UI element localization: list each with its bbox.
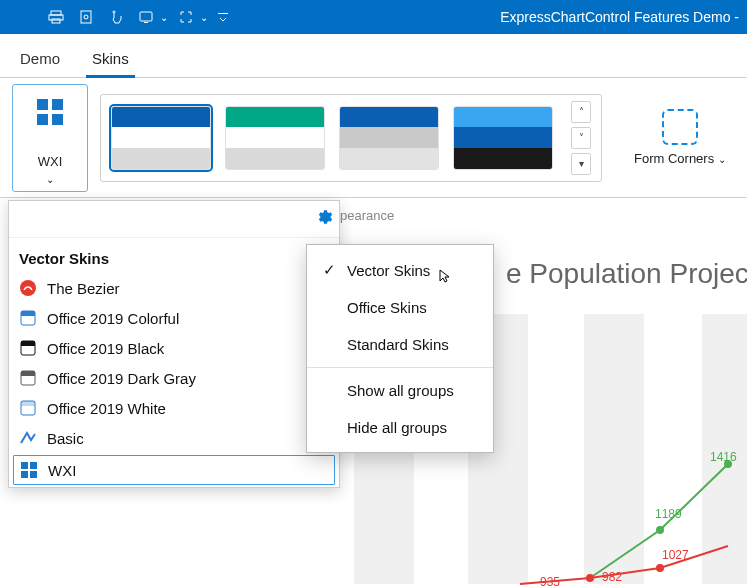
- skin-dropdown-label: WXI: [38, 155, 63, 169]
- more-icon[interactable]: [214, 5, 232, 29]
- cursor-icon: [438, 268, 454, 284]
- office-icon: [19, 399, 37, 417]
- svg-rect-26: [21, 462, 28, 469]
- chart-point-label: 1416: [710, 450, 737, 464]
- svg-point-16: [656, 564, 664, 572]
- svg-point-13: [656, 526, 664, 534]
- basic-icon: [19, 429, 37, 447]
- form-corners-label: Form Corners ⌄: [634, 151, 726, 166]
- ctx-item-label: Standard Skins: [347, 336, 449, 353]
- svg-rect-6: [140, 12, 152, 21]
- tab-demo[interactable]: Demo: [14, 40, 66, 77]
- chart-point-label: 935: [540, 575, 560, 586]
- check-icon: ✓: [321, 261, 337, 279]
- skin-item-label: Office 2019 Colorful: [47, 310, 179, 327]
- gallery-expand-button[interactable]: ▾: [571, 153, 591, 175]
- skin-item-label: Office 2019 Black: [47, 340, 164, 357]
- svg-rect-19: [21, 311, 35, 316]
- skin-search-row: [9, 201, 339, 238]
- ribbon-tabs: Demo Skins: [0, 34, 747, 78]
- menu-separator: [307, 367, 493, 368]
- svg-rect-9: [37, 99, 48, 110]
- skin-item-office-2019-white[interactable]: Office 2019 White: [9, 393, 339, 423]
- bezier-icon: [19, 279, 37, 297]
- skin-dropdown-panel: Vector Skins The Bezier Office 2019 Colo…: [8, 200, 340, 488]
- form-corners-button[interactable]: Form Corners ⌄: [634, 109, 726, 166]
- svg-rect-8: [218, 13, 228, 14]
- chevron-down-icon[interactable]: ⌄: [160, 12, 168, 23]
- svg-rect-10: [52, 99, 63, 110]
- skin-item-wxi[interactable]: WXI: [13, 455, 335, 485]
- svg-rect-23: [21, 371, 35, 376]
- chevron-down-icon: ⌄: [46, 174, 54, 185]
- skin-search-input[interactable]: [15, 205, 315, 233]
- svg-point-17: [20, 280, 36, 296]
- chart-point-label: 1027: [662, 548, 689, 562]
- gallery-up-button[interactable]: ˄: [571, 101, 591, 123]
- svg-rect-3: [81, 11, 91, 23]
- palette-swatch[interactable]: [225, 106, 325, 170]
- svg-rect-7: [144, 22, 148, 23]
- chart-title-fragment: e Population Projec: [506, 258, 747, 290]
- skin-item-label: Office 2019 White: [47, 400, 166, 417]
- skin-item-office-2019-colorful[interactable]: Office 2019 Colorful: [9, 303, 339, 333]
- ctx-item-label: Office Skins: [347, 299, 427, 316]
- svg-point-5: [113, 11, 115, 13]
- svg-rect-0: [51, 11, 61, 15]
- window-title: ExpressChartControl Features Demo -: [500, 9, 739, 25]
- form-corners-icon: [662, 109, 698, 145]
- chart-point-label: 1189: [655, 507, 682, 521]
- ctx-item-office-skins[interactable]: Office Skins: [307, 289, 493, 326]
- skin-item-label: The Bezier: [47, 280, 120, 297]
- office-icon: [19, 339, 37, 357]
- skin-item-the-bezier[interactable]: The Bezier: [9, 273, 339, 303]
- svg-point-4: [84, 15, 88, 19]
- skin-dropdown-button[interactable]: WXI ⌄: [12, 84, 88, 192]
- crop-icon[interactable]: [174, 5, 198, 29]
- ctx-item-label: Vector Skins: [347, 262, 430, 279]
- svg-point-15: [586, 574, 594, 582]
- device-icon[interactable]: [134, 5, 158, 29]
- office-icon: [19, 369, 37, 387]
- svg-rect-25: [21, 401, 35, 406]
- ctx-item-hide-all-groups[interactable]: Hide all groups: [307, 409, 493, 446]
- gear-icon[interactable]: [315, 208, 333, 230]
- print-icon[interactable]: [44, 5, 68, 29]
- palette-swatch[interactable]: [453, 106, 553, 170]
- svg-rect-11: [37, 114, 48, 125]
- tab-skins[interactable]: Skins: [86, 40, 135, 77]
- chevron-down-icon: ⌄: [718, 154, 726, 165]
- skin-groups-context-menu: ✓ Vector Skins Office Skins Standard Ski…: [306, 244, 494, 453]
- palette-swatch[interactable]: [339, 106, 439, 170]
- gallery-nav: ˄ ˅ ▾: [571, 101, 591, 175]
- ctx-item-label: Hide all groups: [347, 419, 447, 436]
- touch-icon[interactable]: [104, 5, 128, 29]
- titlebar: ⌄ ⌄ ExpressChartControl Features Demo -: [0, 0, 747, 34]
- ribbon-body: WXI ⌄ ˄ ˅ ▾ Fo: [0, 78, 747, 198]
- skin-group-title: Vector Skins: [9, 238, 339, 273]
- chart-point-label: 982: [602, 570, 622, 584]
- palette-swatch[interactable]: [111, 106, 211, 170]
- wxi-icon: [20, 461, 38, 479]
- svg-rect-27: [30, 462, 37, 469]
- appearance-group-label: pearance: [340, 208, 394, 223]
- skin-item-label: WXI: [48, 462, 76, 479]
- ctx-item-standard-skins[interactable]: Standard Skins: [307, 326, 493, 363]
- chevron-down-icon[interactable]: ⌄: [200, 12, 208, 23]
- ctx-item-show-all-groups[interactable]: Show all groups: [307, 372, 493, 409]
- svg-rect-29: [30, 471, 37, 478]
- office-icon: [19, 309, 37, 327]
- skin-item-basic[interactable]: Basic: [9, 423, 339, 453]
- svg-rect-28: [21, 471, 28, 478]
- ctx-item-label: Show all groups: [347, 382, 454, 399]
- gallery-down-button[interactable]: ˅: [571, 127, 591, 149]
- quick-access-toolbar: ⌄ ⌄: [44, 5, 232, 29]
- svg-rect-21: [21, 341, 35, 346]
- svg-rect-12: [52, 114, 63, 125]
- skin-item-office-2019-dark-gray[interactable]: Office 2019 Dark Gray: [9, 363, 339, 393]
- skin-item-label: Office 2019 Dark Gray: [47, 370, 196, 387]
- skin-item-office-2019-black[interactable]: Office 2019 Black: [9, 333, 339, 363]
- skin-item-label: Basic: [47, 430, 84, 447]
- preview-icon[interactable]: [74, 5, 98, 29]
- ctx-item-vector-skins[interactable]: ✓ Vector Skins: [307, 251, 493, 289]
